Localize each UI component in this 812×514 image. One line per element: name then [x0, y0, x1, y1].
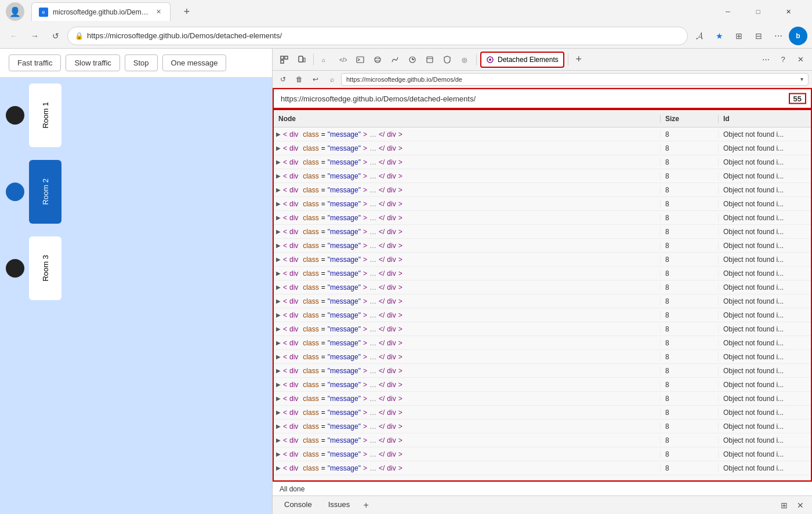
table-row[interactable]: ▶ <div class="message" > … </div> 8Objec… [274, 392, 811, 406]
table-row[interactable]: ▶ <div class="message" > … </div> 8Objec… [274, 280, 811, 294]
expand-arrow[interactable]: ▶ [276, 201, 281, 207]
slow-traffic-button[interactable]: Slow traffic [66, 54, 119, 71]
expand-arrow[interactable]: ▶ [276, 256, 281, 263]
table-row[interactable]: ▶ <div class="message" > … </div> 8Objec… [274, 211, 811, 225]
table-row[interactable]: ▶ <div class="message" > … </div> 8Objec… [274, 169, 811, 183]
reload-detached-button[interactable]: ↺ [276, 72, 290, 86]
table-row[interactable]: ▶ <div class="message" > … </div> 8Objec… [274, 350, 811, 364]
detached-elements-tab[interactable]: Detached Elements [480, 52, 564, 68]
detached-url-input[interactable]: https://microsoftedge.github.io/Demos/de… [341, 73, 809, 86]
table-row[interactable]: ▶ <div class="message" > … </div> 8Objec… [274, 239, 811, 253]
expand-arrow[interactable]: ▶ [276, 145, 281, 151]
table-row[interactable]: ▶ <div class="message" > … </div> 8Objec… [274, 141, 811, 155]
tab-close-button[interactable]: ✕ [154, 8, 163, 17]
expand-arrow[interactable]: ▶ [276, 353, 281, 360]
sources-panel-button[interactable] [352, 52, 368, 68]
read-aloud-button[interactable]: 𝓐 [690, 27, 709, 45]
expand-arrow[interactable]: ▶ [276, 159, 281, 165]
expand-arrow[interactable]: ▶ [276, 437, 281, 443]
add-bottom-tab-button[interactable]: + [359, 498, 373, 512]
dock-side-button[interactable]: ⊞ [777, 498, 791, 512]
expand-arrow[interactable]: ▶ [276, 326, 281, 332]
table-row[interactable]: ▶ <div class="message" > … </div> 8Objec… [274, 183, 811, 197]
table-row[interactable]: ▶ <div class="message" > … </div> 8Objec… [274, 225, 811, 239]
expand-arrow[interactable]: ▶ [276, 312, 281, 318]
url-input[interactable]: 🔒 https://microsoftedge.github.io/Demos/… [67, 27, 688, 45]
expand-arrow[interactable]: ▶ [276, 173, 281, 179]
expand-arrow[interactable]: ▶ [276, 381, 281, 388]
forward-button[interactable]: → [26, 27, 44, 45]
more-tools-button[interactable]: ⋯ [769, 27, 788, 45]
expand-arrow[interactable]: ▶ [276, 214, 281, 221]
collections-button[interactable]: ⊞ [730, 27, 748, 45]
favorite-button[interactable]: ★ [710, 27, 728, 45]
table-row[interactable]: ▶ <div class="message" > … </div> 8Objec… [274, 253, 811, 267]
close-button[interactable]: ✕ [775, 3, 802, 20]
expand-arrow[interactable]: ▶ [276, 298, 281, 304]
issues-tab[interactable]: Issues [321, 498, 357, 512]
edge-icon[interactable]: b [789, 27, 807, 45]
table-row[interactable]: ▶ <div class="message" > … </div> 8Objec… [274, 364, 811, 378]
table-row[interactable]: ▶ <div class="message" > … </div> 8Objec… [274, 461, 811, 475]
room-label-box-active[interactable]: Room 2 [29, 160, 61, 224]
console-panel-button[interactable]: </> [335, 52, 351, 68]
new-tab-button[interactable]: + [177, 2, 196, 21]
console-tab[interactable]: Console [277, 498, 319, 512]
inspect-element-button[interactable] [276, 52, 292, 68]
expand-arrow[interactable]: ▶ [276, 242, 281, 249]
close-bottom-panel-button[interactable]: ✕ [793, 498, 807, 512]
table-row[interactable]: ▶ <div class="message" > … </div> 8Objec… [274, 267, 811, 280]
devtools-help-button[interactable]: ? [775, 52, 791, 68]
search-detached-button[interactable]: ⌕ [325, 72, 339, 86]
stop-button[interactable]: Stop [125, 54, 158, 71]
url-dropdown-icon[interactable]: ▾ [800, 76, 803, 82]
table-row[interactable]: ▶ <div class="message" > … </div> 8Objec… [274, 197, 811, 211]
fast-traffic-button[interactable]: Fast traffic [9, 54, 61, 71]
expand-arrow[interactable]: ▶ [276, 340, 281, 346]
device-emulation-button[interactable] [293, 52, 310, 68]
devtools-more-button[interactable]: ⋯ [757, 52, 774, 68]
table-row[interactable]: ▶ <div class="message" > … </div> 8Objec… [274, 155, 811, 169]
clear-detached-button[interactable]: 🗑 [292, 72, 306, 86]
split-screen-button[interactable]: ⊟ [749, 27, 768, 45]
profile-icon[interactable]: 👤 [6, 2, 24, 21]
devtools-close-button[interactable]: ✕ [792, 52, 809, 68]
add-panel-button[interactable]: + [572, 53, 586, 67]
refresh-button[interactable]: ↺ [46, 27, 65, 45]
expand-arrow[interactable]: ▶ [276, 395, 281, 402]
maximize-button[interactable]: □ [745, 3, 771, 20]
table-row[interactable]: ▶ <div class="message" > … </div> 8Objec… [274, 336, 811, 350]
table-row[interactable]: ▶ <div class="message" > … </div> 8Objec… [274, 127, 811, 141]
expand-arrow[interactable]: ▶ [276, 423, 281, 429]
table-row[interactable]: ▶ <div class="message" > … </div> 8Objec… [274, 294, 811, 308]
expand-arrow[interactable]: ▶ [276, 131, 281, 137]
elements-panel-button[interactable]: ⌂ [317, 52, 334, 68]
table-row[interactable]: ▶ <div class="message" > … </div> 8Objec… [274, 406, 811, 420]
expand-arrow[interactable]: ▶ [276, 187, 281, 193]
table-row[interactable]: ▶ <div class="message" > … </div> 8Objec… [274, 322, 811, 336]
security-panel-button[interactable] [439, 52, 455, 68]
minimize-button[interactable]: ─ [715, 3, 741, 20]
lighthouse-button[interactable]: ◎ [456, 52, 473, 68]
expand-arrow[interactable]: ▶ [276, 270, 281, 276]
table-row[interactable]: ▶ <div class="message" > … </div> 8Objec… [274, 447, 811, 461]
expand-arrow[interactable]: ▶ [276, 228, 281, 235]
expand-arrow[interactable]: ▶ [276, 409, 281, 415]
network-panel-button[interactable] [369, 52, 386, 68]
expand-arrow[interactable]: ▶ [276, 451, 281, 457]
expand-arrow[interactable]: ▶ [276, 367, 281, 374]
expand-arrow[interactable]: ▶ [276, 465, 281, 471]
back-button[interactable]: ← [5, 27, 23, 45]
history-detached-button[interactable]: ↩ [309, 72, 322, 86]
expand-arrow[interactable]: ▶ [276, 284, 281, 290]
one-message-button[interactable]: One message [162, 54, 227, 71]
table-row[interactable]: ▶ <div class="message" > … </div> 8Objec… [274, 378, 811, 392]
table-row[interactable]: ▶ <div class="message" > … </div> 8Objec… [274, 420, 811, 433]
room-label-box[interactable]: Room 1 [29, 83, 61, 147]
room-label-box-3[interactable]: Room 3 [29, 236, 61, 300]
performance-panel-button[interactable] [387, 52, 403, 68]
table-row[interactable]: ▶ <div class="message" > … </div> 8Objec… [274, 433, 811, 447]
browser-tab[interactable]: e microsoftedge.github.io/Demos/ ✕ [31, 2, 171, 21]
table-row[interactable]: ▶ <div class="message" > … </div> 8Objec… [274, 308, 811, 322]
application-panel-button[interactable] [422, 52, 438, 68]
